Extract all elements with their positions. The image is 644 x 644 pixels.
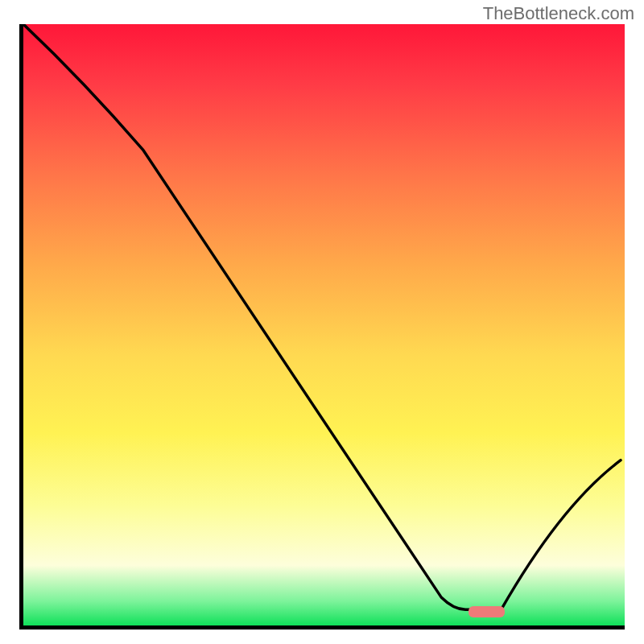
watermark-text: TheBottleneck.com (483, 3, 634, 24)
optimal-marker (469, 606, 505, 617)
bottleneck-curve (23, 24, 621, 609)
plot-area (19, 24, 625, 630)
bottleneck-curve-svg (23, 24, 625, 625)
